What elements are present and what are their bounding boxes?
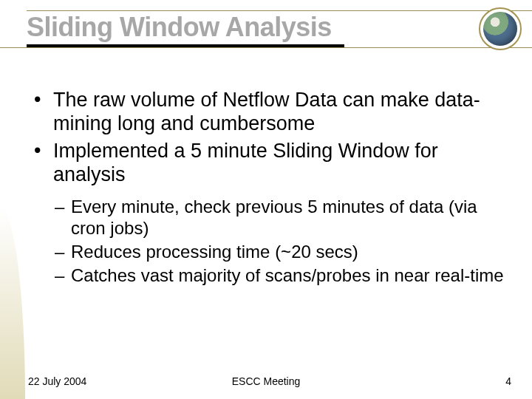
footer: 22 July 2004 ESCC Meeting 4 bbox=[0, 375, 532, 387]
list-item: Reduces processing time (~20 secs) bbox=[53, 242, 510, 262]
list-item: The raw volume of Netflow Data can make … bbox=[30, 89, 510, 135]
slide: Sliding Window Analysis The raw volume o… bbox=[0, 0, 532, 399]
list-item: Every minute, check previous 5 minutes o… bbox=[53, 197, 510, 239]
globe-icon bbox=[479, 7, 522, 50]
footer-page-number: 4 bbox=[355, 375, 532, 387]
title-bar: Sliding Window Analysis bbox=[27, 10, 532, 55]
slide-title: Sliding Window Analysis bbox=[27, 12, 332, 43]
bullet-list-level2: Every minute, check previous 5 minutes o… bbox=[53, 197, 510, 286]
footer-date: 22 July 2004 bbox=[0, 375, 177, 387]
divider bbox=[0, 47, 532, 48]
gold-swoosh-decoration bbox=[0, 207, 25, 399]
list-item: Implemented a 5 minute Sliding Window fo… bbox=[30, 140, 510, 186]
bullet-list-level1: The raw volume of Netflow Data can make … bbox=[30, 89, 510, 186]
footer-center: ESCC Meeting bbox=[177, 375, 355, 387]
body-content: The raw volume of Netflow Data can make … bbox=[30, 89, 510, 290]
divider bbox=[27, 10, 532, 11]
list-item: Catches vast majority of scans/probes in… bbox=[53, 265, 510, 286]
